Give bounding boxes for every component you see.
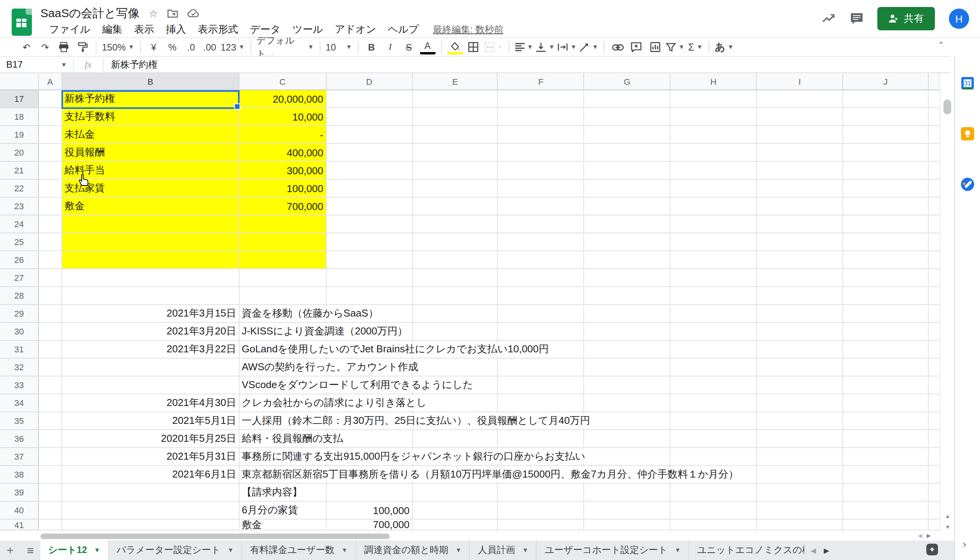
column-header-H[interactable]: H — [671, 73, 757, 89]
menu-ファイル[interactable]: ファイル — [44, 21, 96, 38]
scroll-left-icon[interactable]: ◀ — [918, 533, 922, 539]
undo-button[interactable]: ↶ — [19, 39, 34, 55]
calendar-icon[interactable]: 31 — [961, 76, 975, 90]
cell-B38[interactable]: 2021年6月1日 — [62, 466, 240, 484]
row-header-28[interactable]: 28 — [0, 287, 39, 305]
cell-C35[interactable]: 一人採用（鈴木二郎：月30万円、25日に支払い）、役員報酬として月40万円 — [239, 412, 326, 430]
menu-編集[interactable]: 編集 — [96, 21, 128, 38]
column-header-A[interactable]: A — [39, 73, 62, 89]
text-wrap-button[interactable]: ▼ — [558, 39, 577, 55]
row-header-23[interactable]: 23 — [0, 198, 39, 215]
horizontal-align-button[interactable]: ▼ — [514, 39, 533, 55]
cell-C30[interactable]: J-KISSにより資金調達（2000万円） — [239, 323, 326, 341]
keep-icon[interactable] — [961, 127, 975, 141]
row-header-27[interactable]: 27 — [0, 269, 39, 287]
cell-C18[interactable]: 10,000 — [239, 108, 326, 126]
number-format-button[interactable]: 123▼ — [220, 39, 245, 55]
cell-C23[interactable]: 700,000 — [239, 198, 326, 215]
cell-C39[interactable]: 【請求内容】 — [239, 484, 326, 502]
cell-B17[interactable]: 新株予約権 — [62, 90, 240, 108]
bold-button[interactable]: B — [364, 39, 379, 55]
row-header-19[interactable]: 19 — [0, 126, 39, 144]
cell-B37[interactable]: 2021年5月31日 — [62, 448, 240, 466]
row-header-21[interactable]: 21 — [0, 162, 39, 180]
fill-color-button[interactable] — [447, 40, 462, 54]
cell-B29[interactable]: 2021年3月15日 — [62, 305, 240, 323]
text-color-button[interactable]: A — [420, 40, 435, 54]
sheet-tab-有料課金ユーザー数[interactable]: 有料課金ユーザー数▼ — [242, 541, 356, 560]
cloud-saved-icon[interactable] — [187, 9, 199, 18]
document-title[interactable]: SaaSの会計と写像 — [40, 6, 140, 21]
spreadsheet-grid[interactable]: ABCDEFGHIJ 17新株予約権20,000,00018支払手数料10,00… — [0, 73, 940, 541]
functions-button[interactable]: Σ▼ — [688, 39, 703, 55]
move-folder-icon[interactable] — [167, 9, 178, 18]
scroll-down-icon[interactable]: ▼ — [940, 522, 955, 531]
tabs-scroll-right-icon[interactable]: ▶ — [824, 546, 829, 554]
cell-C31[interactable]: GoLandを使用したいのでJet Brains社にクレカでお支払い10,000… — [239, 341, 326, 359]
cell-C38[interactable]: 東京都新宿区新宿5丁目事務所を借りる（月額10万円坪単価@15000円、敷金7カ… — [239, 466, 326, 484]
cell-C17[interactable]: 20,000,000 — [239, 90, 326, 108]
row-header-30[interactable]: 30 — [0, 323, 39, 341]
row-header-35[interactable]: 35 — [0, 412, 39, 430]
column-header-C[interactable]: C — [239, 73, 326, 89]
all-sheets-button[interactable]: ≡ — [20, 544, 40, 557]
text-rotation-button[interactable]: ▼ — [580, 39, 598, 55]
row-header-37[interactable]: 37 — [0, 448, 39, 466]
format-currency-button[interactable]: ¥ — [146, 39, 161, 55]
cell-D40[interactable]: 100,000 — [326, 502, 413, 520]
scroll-right-icon[interactable]: ▶ — [927, 533, 931, 539]
sheet-tab-シート12[interactable]: シート12▼ — [40, 541, 109, 560]
horizontal-scrollbar-thumb[interactable] — [40, 534, 390, 539]
cell-C29[interactable]: 資金を移動（佐藤からSaaS） — [239, 305, 326, 323]
sheet-tab-人員計画[interactable]: 人員計画▼ — [470, 541, 537, 560]
collapse-toolbar-icon[interactable]: ⌃ — [938, 40, 944, 49]
name-box[interactable]: B17▼ — [0, 59, 73, 70]
menu-表示[interactable]: 表示 — [128, 21, 159, 38]
italic-button[interactable]: I — [382, 39, 398, 55]
menu-挿入[interactable]: 挿入 — [160, 21, 191, 38]
format-percent-button[interactable]: % — [164, 39, 180, 55]
sheet-trend-icon[interactable] — [822, 13, 836, 24]
hide-side-panel-icon[interactable]: › — [963, 538, 966, 550]
select-all-corner[interactable] — [0, 73, 39, 89]
star-icon[interactable]: ☆ — [149, 8, 158, 18]
font-size-select[interactable]: 10▼ — [326, 39, 352, 55]
cell-B19[interactable]: 未払金 — [62, 126, 240, 144]
cell-B36[interactable]: 20201年5月25日 — [62, 430, 240, 448]
formula-input[interactable]: 新株予約権 — [102, 58, 158, 71]
share-button[interactable]: 共有 — [877, 7, 935, 30]
borders-button[interactable] — [466, 39, 481, 55]
increase-decimal-button[interactable]: .00 — [202, 39, 217, 55]
row-header-36[interactable]: 36 — [0, 430, 39, 448]
menu-アドオン[interactable]: アドオン — [329, 21, 382, 38]
cell-C36[interactable]: 給料・役員報酬の支払 — [239, 430, 326, 448]
insert-comment-button[interactable] — [628, 39, 644, 55]
explore-button[interactable]: ✦ — [926, 544, 938, 555]
merge-cells-button[interactable]: ▼ — [484, 39, 503, 55]
row-header-17[interactable]: 17 — [0, 90, 39, 108]
row-header-26[interactable]: 26 — [0, 251, 39, 269]
cell-C20[interactable]: 400,000 — [239, 144, 326, 162]
cell-B30[interactable]: 2021年3月20日 — [62, 323, 240, 341]
insert-chart-button[interactable] — [647, 39, 663, 55]
column-header-D[interactable]: D — [326, 73, 413, 89]
font-select[interactable]: デフォルト...▼ — [256, 39, 314, 55]
cell-B18[interactable]: 支払手数料 — [62, 108, 240, 126]
cell-C40[interactable]: 6月分の家賃 — [239, 502, 326, 520]
row-header-31[interactable]: 31 — [0, 341, 39, 359]
cell-B35[interactable]: 2021年5月1日 — [62, 412, 240, 430]
input-tools-button[interactable]: あ▼ — [715, 39, 733, 55]
column-header-B[interactable]: B — [62, 73, 240, 89]
cell-C21[interactable]: 300,000 — [239, 162, 326, 180]
cell-C19[interactable]: - — [239, 126, 326, 144]
add-sheet-button[interactable]: ＋ — [0, 543, 20, 558]
sheet-tab-ユニットエコノミクスの検証[interactable]: ユニットエコノミクスの検証 — [689, 541, 804, 560]
cell-C37[interactable]: 事務所に関連する支出915,000円をジャパンネット銀行の口座からお支払い — [239, 448, 326, 466]
vertical-scrollbar[interactable]: ▲ ▼ — [940, 73, 955, 531]
strikethrough-button[interactable]: S — [401, 39, 416, 55]
print-button[interactable] — [56, 39, 72, 55]
vertical-align-button[interactable]: ▼ — [536, 39, 555, 55]
insert-link-button[interactable] — [610, 39, 625, 55]
cell-C22[interactable]: 100,000 — [239, 180, 326, 198]
cell-B23[interactable]: 敷金 — [62, 198, 240, 215]
